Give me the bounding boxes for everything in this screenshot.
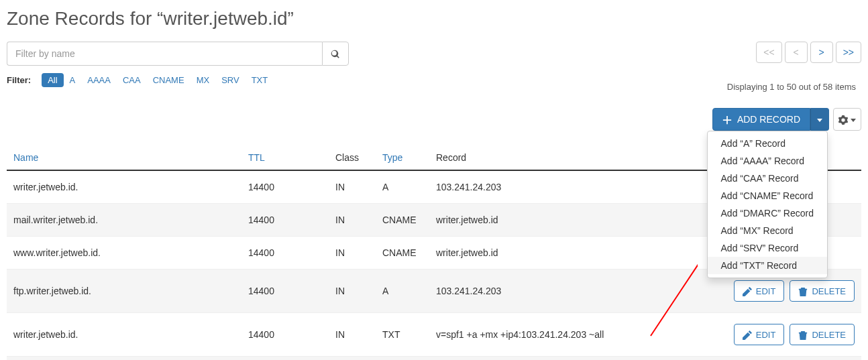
add-record-menu-item[interactable]: Add “MX” Record xyxy=(708,222,827,239)
col-ttl[interactable]: TTL xyxy=(241,145,329,170)
pager: << < > >> xyxy=(756,42,861,63)
filter-label: Filter: xyxy=(7,75,31,85)
add-record-menu-item[interactable]: Add “DMARC” Record xyxy=(708,204,827,222)
filter-chip-srv[interactable]: SRV xyxy=(215,73,246,87)
col-class: Class xyxy=(329,145,376,170)
cell-class: IN xyxy=(329,269,376,313)
cell-type: A xyxy=(376,357,429,361)
add-record-menu-item[interactable]: Add “TXT” Record xyxy=(708,257,827,274)
pencil-icon xyxy=(743,329,752,340)
cell-ttl: 14400 xyxy=(241,170,329,204)
cell-ttl: 14400 xyxy=(241,357,329,361)
table-row: writer.jetweb.id.14400INTXTv=spf1 +a +mx… xyxy=(7,313,861,357)
add-record-menu-item[interactable]: Add “SRV” Record xyxy=(708,239,827,257)
add-record-menu-item[interactable]: Add “A” Record xyxy=(708,135,827,152)
trash-icon xyxy=(798,286,808,296)
search-icon xyxy=(331,48,340,58)
cell-record: 103.241.24.203 xyxy=(429,269,727,313)
cell-type: CNAME xyxy=(376,204,429,237)
cell-class: IN xyxy=(329,204,376,237)
cell-record: 103.241.24.203 xyxy=(429,357,727,361)
cell-name: www.writer.jetweb.id. xyxy=(7,237,241,269)
cell-type: CNAME xyxy=(376,237,429,269)
delete-button[interactable]: DELETE xyxy=(790,324,855,345)
cell-record: 103.241.24.203 xyxy=(429,170,727,204)
col-record: Record xyxy=(429,145,727,170)
add-record-dropdown: Add “A” RecordAdd “AAAA” RecordAdd “CAA”… xyxy=(707,131,828,278)
filter-chip-cname[interactable]: CNAME xyxy=(147,73,191,87)
gear-icon xyxy=(838,114,848,124)
filter-input[interactable] xyxy=(7,42,322,66)
cell-class: IN xyxy=(329,313,376,357)
cell-ttl: 14400 xyxy=(241,237,329,269)
edit-button[interactable]: EDIT xyxy=(734,324,785,345)
cell-name: mail.writer.jetweb.id. xyxy=(7,204,241,237)
filter-chip-mx[interactable]: MX xyxy=(191,73,216,87)
trash-icon xyxy=(798,329,808,340)
cell-ttl: 14400 xyxy=(241,313,329,357)
cell-name: ftp.writer.jetweb.id. xyxy=(7,269,241,313)
edit-button[interactable]: EDIT xyxy=(734,280,785,302)
cell-type: A xyxy=(376,170,429,204)
filter-search-button[interactable] xyxy=(322,42,349,66)
cell-record: writer.jetweb.id xyxy=(429,237,727,269)
cell-name: writer.jetweb.id. xyxy=(7,170,241,204)
filter-chip-a[interactable]: A xyxy=(64,73,82,87)
filter-input-group xyxy=(7,42,349,66)
table-row: cpcontacts.writer.jetweb.id.14400INA103.… xyxy=(7,357,861,361)
add-record-menu-item[interactable]: Add “CAA” Record xyxy=(708,170,827,187)
settings-button[interactable] xyxy=(833,108,861,131)
add-record-label: ADD RECORD xyxy=(737,114,800,125)
filter-chip-txt[interactable]: TXT xyxy=(246,73,274,87)
col-name[interactable]: Name xyxy=(7,145,241,170)
cell-name: cpcontacts.writer.jetweb.id. xyxy=(7,357,241,361)
pager-first-button[interactable]: << xyxy=(756,42,781,63)
filter-chip-caa[interactable]: CAA xyxy=(117,73,147,87)
filter-chip-all[interactable]: All xyxy=(42,73,63,87)
cell-record: writer.jetweb.id xyxy=(429,204,727,237)
plus-icon xyxy=(722,114,732,125)
add-record-menu-item[interactable]: Add “AAAA” Record xyxy=(708,152,827,170)
cell-name: writer.jetweb.id. xyxy=(7,313,241,357)
cell-class: IN xyxy=(329,237,376,269)
cell-record: v=spf1 +a +mx +ip4:103.241.24.203 ~all xyxy=(429,313,727,357)
add-record-dropdown-toggle[interactable] xyxy=(810,108,829,131)
add-record-menu-item[interactable]: Add “CNAME” Record xyxy=(708,187,827,204)
pager-prev-button[interactable]: < xyxy=(785,42,808,63)
page-title: Zone Records for “writer.jetweb.id” xyxy=(7,8,861,29)
cell-ttl: 14400 xyxy=(241,204,329,237)
cell-class: IN xyxy=(329,357,376,361)
add-record-button[interactable]: ADD RECORD xyxy=(712,108,810,131)
delete-button[interactable]: DELETE xyxy=(790,280,855,302)
caret-down-icon xyxy=(851,115,856,125)
caret-down-icon xyxy=(817,115,822,125)
cell-class: IN xyxy=(329,170,376,204)
pencil-icon xyxy=(743,286,752,296)
cell-ttl: 14400 xyxy=(241,269,329,313)
col-type[interactable]: Type xyxy=(376,145,429,170)
filter-chip-aaaa[interactable]: AAAA xyxy=(81,73,117,87)
cell-type: TXT xyxy=(376,313,429,357)
cell-type: A xyxy=(376,269,429,313)
pager-next-button[interactable]: > xyxy=(810,42,833,63)
add-record-group: ADD RECORD xyxy=(712,108,829,131)
pager-last-button[interactable]: >> xyxy=(836,42,861,63)
